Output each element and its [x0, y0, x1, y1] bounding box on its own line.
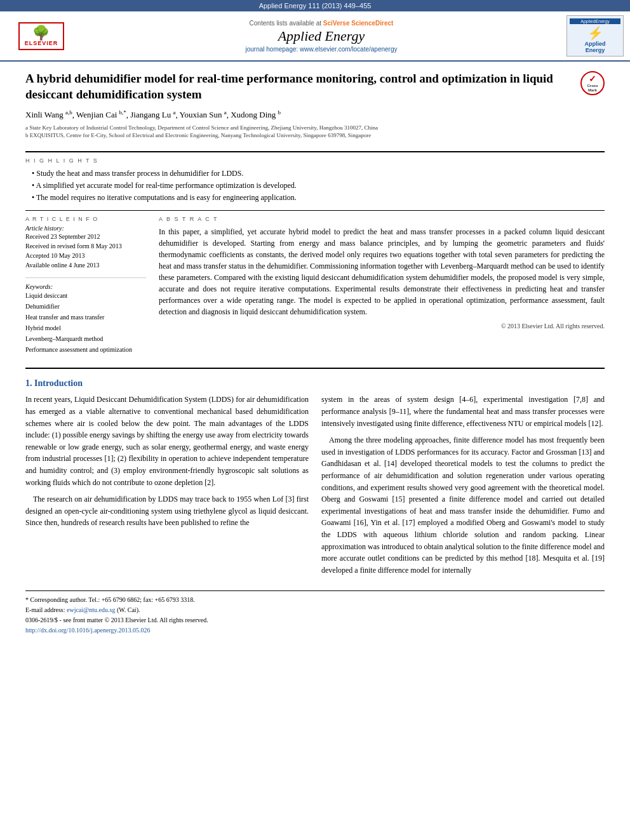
keyword-5: Levenberg–Marquardt method	[25, 333, 146, 344]
accepted-date: Accepted 10 May 2013	[25, 251, 146, 260]
intro-para-1: In recent years, Liquid Desiccant Dehumi…	[25, 394, 309, 488]
elsevier-tree-icon: 🌳	[25, 26, 58, 40]
journal-title: Applied Energy	[83, 28, 560, 44]
divider-mid-1	[25, 277, 146, 278]
author3: Jiangang Lu a,	[130, 110, 179, 119]
email-attribution: (W. Cai).	[117, 606, 140, 613]
intro-right-para-1: system in the areas of system design [4–…	[321, 394, 605, 429]
elsevier-logo: 🌳 ELSEVIER	[6, 22, 76, 50]
article-info-label: A R T I C L E I N F O	[25, 216, 146, 222]
journal-reference-text: Applied Energy 111 (2013) 449–455	[259, 2, 372, 10]
article-title: A hybrid dehumidifier model for real-tim…	[25, 71, 571, 102]
elsevier-logo-inner: 🌳 ELSEVIER	[18, 22, 65, 50]
intro-right-col: system in the areas of system design [4–…	[321, 394, 605, 581]
ae-logo-main: AppliedEnergy	[570, 41, 620, 53]
copyright-line: © 2013 Elsevier Ltd. All rights reserved…	[159, 323, 605, 330]
article-info-abstract: A R T I C L E I N F O Article history: R…	[25, 216, 605, 363]
author4: Youxian Sun a,	[180, 110, 231, 119]
applied-energy-logo: AppliedEnergy ⚡ AppliedEnergy	[566, 15, 624, 57]
email-note: E-mail address: ewjcai@ntu.edu.sg (W. Ca…	[25, 605, 605, 615]
keyword-6: Performance assessment and optimization	[25, 344, 146, 355]
author5: Xudong Ding b	[231, 110, 281, 119]
affiliation-a: a State Key Laboratory of Industrial Con…	[25, 124, 571, 132]
keyword-2: Dehumidifier	[25, 301, 146, 312]
abstract-text: In this paper, a simplified, yet accurat…	[159, 226, 605, 317]
highlights-list: Study the heat and mass transfer process…	[25, 168, 605, 204]
highlight-item-3: The model requires no iterative computat…	[32, 192, 605, 204]
abstract-label: A B S T R A C T	[159, 216, 605, 222]
keywords-label: Keywords:	[25, 283, 146, 290]
divider-thick-2	[25, 368, 605, 369]
authors-line: Xinli Wang a,b, Wenjian Cai b,*, Jiangan…	[25, 109, 571, 119]
sciverse-link[interactable]: SciVerse ScienceDirect	[323, 20, 394, 27]
keyword-3: Heat transfer and mass transfer	[25, 312, 146, 323]
content-area: A hybrid dehumidifier model for real-tim…	[0, 62, 630, 648]
keywords-block: Keywords: Liquid desiccant Dehumidifier …	[25, 283, 146, 355]
intro-two-col: In recent years, Liquid Desiccant Dehumi…	[25, 394, 605, 581]
email-label: E-mail address:	[25, 606, 67, 613]
available-date: Available online 4 June 2013	[25, 260, 146, 270]
corresponding-author-note: * Corresponding author. Tel.: +65 6790 6…	[25, 595, 605, 605]
divider-thin-1	[25, 210, 605, 211]
journal-header: 🌳 ELSEVIER Contents lists available at S…	[0, 11, 630, 62]
highlight-item-2: A simplified yet accurate model for real…	[32, 180, 605, 192]
affiliations: a State Key Laboratory of Industrial Con…	[25, 124, 571, 140]
highlight-item-1: Study the heat and mass transfer process…	[32, 168, 605, 180]
keyword-1: Liquid desiccant	[25, 290, 146, 301]
homepage-url[interactable]: www.elsevier.com/locate/apenergy	[300, 46, 397, 53]
journal-center-info: Contents lists available at SciVerse Sci…	[83, 20, 560, 53]
divider-thick-1	[25, 151, 605, 152]
elsevier-label: ELSEVIER	[25, 40, 58, 46]
ae-logo-icon: ⚡	[570, 25, 620, 41]
journal-reference-bar: Applied Energy 111 (2013) 449–455	[0, 0, 630, 11]
title-block: A hybrid dehumidifier model for real-tim…	[25, 71, 571, 146]
intro-right-para-2: Among the three modeling approaches, fin…	[321, 434, 605, 576]
article-info-col: A R T I C L E I N F O Article history: R…	[25, 216, 146, 363]
intro-heading: 1. Introduction	[25, 378, 605, 389]
revised-date: Received in revised form 8 May 2013	[25, 241, 146, 251]
intro-left-col: In recent years, Liquid Desiccant Dehumi…	[25, 394, 309, 581]
history-label: Article history:	[25, 225, 146, 232]
abstract-paragraph: In this paper, a simplified, yet accurat…	[159, 226, 605, 317]
intro-section: 1. Introduction In recent years, Liquid …	[25, 378, 605, 581]
author1: Xinli Wang a,b,	[25, 110, 76, 119]
title-row: A hybrid dehumidifier model for real-tim…	[25, 71, 605, 146]
keyword-4: Hybrid model	[25, 323, 146, 333]
author2: Wenjian Cai b,*,	[76, 110, 130, 119]
crossmark-badge: ✓ CrossMark	[580, 71, 605, 95]
journal-homepage: journal homepage: www.elsevier.com/locat…	[83, 46, 560, 53]
highlights-label: H I G H L I G H T S	[25, 157, 605, 164]
issn-note: 0306-2619/$ - see front matter © 2013 El…	[25, 615, 605, 625]
received-date: Received 23 September 2012	[25, 232, 146, 241]
intro-para-2: The research on air dehumidification by …	[25, 493, 309, 529]
footnotes-area: * Corresponding author. Tel.: +65 6790 6…	[25, 590, 605, 636]
doi-note: http://dx.doi.org/10.1016/j.apenergy.201…	[25, 625, 605, 636]
abstract-col: A B S T R A C T In this paper, a simplif…	[159, 216, 605, 363]
ae-logo-top: AppliedEnergy	[570, 18, 620, 24]
doi-link[interactable]: http://dx.doi.org/10.1016/j.apenergy.201…	[25, 627, 150, 634]
affiliation-b: b EXQUISITUS, Centre for E-City, School …	[25, 131, 571, 140]
article-history-block: A R T I C L E I N F O Article history: R…	[25, 216, 146, 270]
email-link[interactable]: ewjcai@ntu.edu.sg	[67, 606, 115, 613]
keywords-list: Liquid desiccant Dehumidifier Heat trans…	[25, 290, 146, 355]
highlights-section: H I G H L I G H T S Study the heat and m…	[25, 157, 605, 204]
sciverse-line: Contents lists available at SciVerse Sci…	[83, 20, 560, 27]
